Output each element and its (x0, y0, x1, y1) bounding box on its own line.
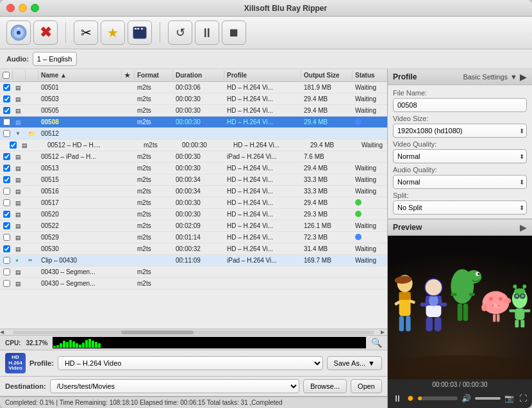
row-icon2: 📁 (26, 130, 38, 138)
table-row[interactable]: ▤ 00512 – iPad – H... m2ts 00:00:30 iPad… (0, 151, 387, 163)
svg-point-37 (503, 298, 511, 304)
row-check[interactable] (0, 245, 13, 253)
row-check[interactable] (0, 210, 13, 218)
stop-button[interactable]: ⏹ (222, 20, 246, 45)
row-check[interactable] (0, 187, 13, 195)
row-duration: 00:00:30 (173, 199, 224, 207)
open-button[interactable]: Open (351, 379, 382, 393)
row-star (128, 145, 141, 146)
table-row[interactable]: ▤ 00515 m2ts 00:00:34 HD – H.264 Vi... 3… (0, 174, 387, 186)
titlebar: Xilisoft Blu Ray Ripper (0, 0, 532, 17)
row-duration: 00:00:34 (173, 175, 224, 184)
scroll-right[interactable]: ▶ (381, 329, 387, 335)
row-name: 00513 (38, 164, 122, 172)
volume-slider[interactable] (475, 397, 501, 400)
row-check[interactable] (0, 95, 13, 103)
destination-select[interactable]: /Users/test/Movies (50, 379, 300, 393)
row-size: 7.6 MB (301, 152, 353, 161)
row-check[interactable] (0, 222, 13, 230)
row-expand[interactable]: ● (13, 257, 26, 264)
row-check[interactable] (0, 164, 13, 172)
video-size-select[interactable]: 1920x1080 (hd1080) (393, 124, 527, 138)
row-check[interactable] (0, 199, 13, 207)
th-duration[interactable]: Duration (173, 70, 224, 80)
th-name[interactable]: Name ▲ (38, 70, 122, 80)
table-row[interactable]: ▤ 00501 m2ts 00:03:06 HD – H.264 Vi... 1… (0, 82, 387, 94)
row-format: m2ts (135, 268, 173, 276)
close-button[interactable] (6, 4, 15, 12)
row-name: 00505 (38, 106, 122, 115)
table-row[interactable]: ▤ 00520 m2ts 00:00:30 HD – H.264 Vi... 2… (0, 209, 387, 220)
row-check[interactable] (0, 83, 13, 92)
fullscreen-button[interactable]: ⛶ (518, 393, 528, 404)
table-row[interactable]: ▤ 00530 m2ts 00:00:32 HD – H.264 Vi... 3… (0, 243, 387, 255)
table-row[interactable]: ▤ 00505 m2ts 00:00:30 HD – H.264 Vi... 2… (0, 105, 387, 117)
row-icon2 (26, 225, 38, 227)
audio-quality-select[interactable]: Normal (393, 175, 527, 189)
th-size[interactable]: Output Size (301, 70, 353, 80)
row-check[interactable] (0, 256, 13, 265)
audio-select[interactable]: 1 – English (33, 52, 77, 66)
cpu-bar-item (98, 343, 101, 348)
table-row[interactable]: ▤ 00517 m2ts 00:00:30 HD – H.264 Vi... 2… (0, 197, 387, 209)
table-row[interactable]: ▤ 00430 – Segmen... m2ts (0, 266, 387, 278)
pause-button[interactable]: ⏸ (195, 20, 219, 45)
row-check[interactable] (0, 118, 13, 126)
profile-select[interactable]: HD – H.264 Video (58, 356, 323, 370)
progress-bar[interactable] (418, 396, 458, 400)
table-row[interactable]: ▤ 00522 m2ts 00:02:09 HD – H.264 Vi... 1… (0, 220, 387, 232)
table-row[interactable]: ▼ 📁 00512 (0, 128, 387, 140)
horizontal-scrollbar[interactable]: ◀ ▶ (0, 329, 387, 335)
file-table[interactable]: ▤ 00501 m2ts 00:03:06 HD – H.264 Vi... 1… (0, 82, 387, 329)
row-name: 00512 (38, 129, 122, 138)
row-check[interactable] (0, 175, 13, 184)
row-size: 181.9 MB (301, 83, 353, 92)
table-row[interactable]: ▤ 00516 m2ts 00:00:34 HD – H.264 Vi... 3… (0, 186, 387, 197)
cut-button[interactable]: ✂ (74, 20, 98, 45)
table-row[interactable]: ▤ 00529 m2ts 00:01:14 HD – H.264 Vi... 7… (0, 232, 387, 243)
clip-button[interactable] (128, 20, 152, 45)
cpu-graph (53, 337, 366, 348)
magnify-icon[interactable]: 🔍 (371, 338, 382, 348)
row-check[interactable] (6, 141, 19, 149)
scroll-thumb[interactable] (121, 330, 194, 334)
minimize-button[interactable] (19, 4, 27, 12)
row-expand[interactable]: ▼ (13, 130, 26, 137)
row-check[interactable] (0, 106, 13, 115)
svg-rect-51 (515, 308, 524, 320)
panel-settings[interactable]: Basic Settings ▼ ▶ (463, 72, 527, 82)
preview-expand-icon[interactable]: ▶ (520, 222, 527, 233)
play-button[interactable]: ⏸ (392, 392, 403, 405)
remove-button[interactable]: ✖ (33, 20, 58, 45)
scroll-left[interactable]: ◀ (0, 329, 6, 335)
convert-button[interactable]: ↺ (168, 20, 192, 45)
table-row[interactable]: ▤ 00513 m2ts 00:00:30 HD – H.264 Vi... 2… (0, 163, 387, 174)
video-quality-select[interactable]: Normal (393, 149, 527, 163)
save-as-button[interactable]: Save As... ▼ (327, 356, 382, 370)
play-circle-button[interactable]: ● (406, 390, 415, 406)
table-row[interactable]: ▤ 00512 – HD – H.... m2ts 00:00:30 HD – … (0, 140, 387, 151)
add-button[interactable]: ▲ (6, 20, 31, 45)
th-format[interactable]: Format (135, 70, 173, 80)
row-check[interactable] (0, 129, 13, 138)
table-row[interactable]: ▤ 00503 m2ts 00:00:30 HD – H.264 Vi... 2… (0, 94, 387, 105)
table-row[interactable]: ▤ 00508 m2ts 00:00:30 HD – H.264 Vi... 2… (0, 117, 387, 128)
select-all-checkbox[interactable] (3, 72, 10, 79)
row-check[interactable] (0, 233, 13, 241)
split-select[interactable]: No Split (393, 200, 527, 215)
th-status[interactable]: Status (353, 70, 388, 80)
table-row[interactable]: ▤ 00430 – Segmen... m2ts (0, 278, 387, 290)
maximize-button[interactable] (31, 4, 39, 12)
snapshot-button[interactable]: 📷 (503, 393, 515, 404)
row-check[interactable] (0, 152, 13, 161)
volume-icon[interactable]: 🔊 (460, 393, 472, 404)
profile-icon-text: HDH.264Video (8, 355, 22, 371)
row-check[interactable] (0, 279, 13, 288)
row-icon: ▤ (13, 118, 26, 126)
effects-button[interactable]: ★ (101, 20, 125, 45)
browse-button[interactable]: Browse... (303, 379, 347, 393)
th-profile[interactable]: Profile (224, 70, 301, 80)
row-check[interactable] (0, 268, 13, 276)
file-name-input[interactable] (393, 98, 527, 112)
table-row[interactable]: ● ✂ Clip – 00430 00:11:09 iPad – H.264 V… (0, 255, 387, 266)
